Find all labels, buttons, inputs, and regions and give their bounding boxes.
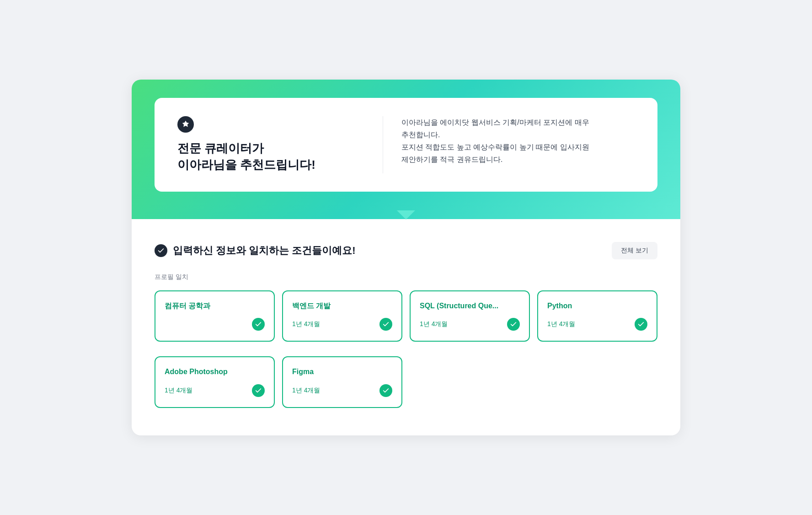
curator-badge-icon xyxy=(177,116,194,133)
skills-grid: 컴퓨터 공학과 백엔드 개발 1년 4개월 xyxy=(155,290,657,408)
skill-duration-row-5: 1년 4개월 xyxy=(165,384,265,397)
skill-check-icon-3 xyxy=(507,318,520,331)
skill-card-4: Python 1년 4개월 xyxy=(537,290,657,342)
skill-check-icon-6 xyxy=(379,384,392,397)
view-all-button[interactable]: 전체 보기 xyxy=(612,242,657,259)
skill-name-3: SQL (Structured Que... xyxy=(420,301,520,311)
skill-name-6: Figma xyxy=(292,367,392,377)
skill-name-1: 컴퓨터 공학과 xyxy=(165,301,265,311)
recommendation-right: 이아라님을 에이치닷 웹서비스 기획/마케터 포지션에 매우 추천합니다. 포지… xyxy=(383,116,635,166)
skill-card-1: 컴퓨터 공학과 xyxy=(155,290,275,342)
skill-duration-row-3: 1년 4개월 xyxy=(420,318,520,331)
skill-check-icon-5 xyxy=(252,384,265,397)
skill-duration-5: 1년 4개월 xyxy=(165,386,192,395)
recommendation-text: 이아라님을 에이치닷 웹서비스 기획/마케터 포지션에 매우 추천합니다. 포지… xyxy=(401,116,635,166)
section-title-wrapper: 입력하신 정보와 일치하는 조건들이예요! xyxy=(155,244,356,258)
skill-check-only-1 xyxy=(252,318,265,331)
skill-check-icon-2 xyxy=(379,318,392,331)
content-section: 입력하신 정보와 일치하는 조건들이예요! 전체 보기 프로필 일치 컴퓨터 공… xyxy=(132,219,680,436)
skill-duration-row-6: 1년 4개월 xyxy=(292,384,392,397)
skill-name-5: Adobe Photoshop xyxy=(165,367,265,377)
recommendation-title: 전문 큐레이터가 이아라님을 추천드립니다! xyxy=(177,140,364,173)
hero-banner: 전문 큐레이터가 이아라님을 추천드립니다! 이아라님을 에이치닷 웹서비스 기… xyxy=(132,80,680,219)
main-card: 전문 큐레이터가 이아라님을 추천드립니다! 이아라님을 에이치닷 웹서비스 기… xyxy=(132,80,680,435)
skill-duration-2: 1년 4개월 xyxy=(292,320,320,328)
section-check-icon xyxy=(155,244,167,257)
skill-duration-3: 1년 4개월 xyxy=(420,320,448,328)
skill-name-2: 백엔드 개발 xyxy=(292,301,392,311)
recommendation-left: 전문 큐레이터가 이아라님을 추천드립니다! xyxy=(177,116,383,173)
skill-card-3: SQL (Structured Que... 1년 4개월 xyxy=(410,290,530,342)
skill-duration-row-2: 1년 4개월 xyxy=(292,318,392,331)
skill-card-6: Figma 1년 4개월 xyxy=(282,356,402,408)
recommendation-card: 전문 큐레이터가 이아라님을 추천드립니다! 이아라님을 에이치닷 웹서비스 기… xyxy=(155,98,657,192)
skill-duration-6: 1년 4개월 xyxy=(292,386,320,395)
profile-match-label: 프로필 일치 xyxy=(155,273,657,281)
skill-check-icon-1 xyxy=(252,318,265,331)
skill-duration-4: 1년 4개월 xyxy=(547,320,575,328)
skill-duration-row-4: 1년 4개월 xyxy=(547,318,647,331)
skill-card-5: Adobe Photoshop 1년 4개월 xyxy=(155,356,275,408)
skill-name-4: Python xyxy=(547,301,647,311)
skill-check-icon-4 xyxy=(635,318,647,331)
section-title: 입력하신 정보와 일치하는 조건들이예요! xyxy=(173,244,356,258)
section-header: 입력하신 정보와 일치하는 조건들이예요! 전체 보기 xyxy=(155,242,657,259)
skill-card-2: 백엔드 개발 1년 4개월 xyxy=(282,290,402,342)
